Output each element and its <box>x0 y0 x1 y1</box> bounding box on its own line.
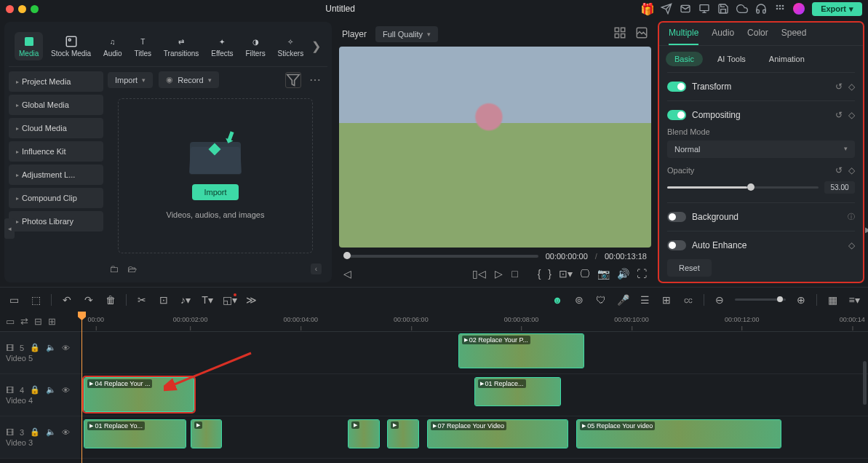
timeline-magnet-icon[interactable]: ⊟ <box>34 316 42 327</box>
timeline-ripple-icon[interactable]: ⊞ <box>48 316 56 327</box>
background-info-icon[interactable]: ⓘ <box>848 212 855 222</box>
fullscreen-icon[interactable]: ⛶ <box>637 268 647 280</box>
blend-mode-select[interactable]: Normal <box>667 141 855 158</box>
tracks-icon[interactable]: ☰ <box>638 294 651 306</box>
sidebar-item-adjustment-layer[interactable]: Adjustment L... <box>9 165 103 185</box>
tab-audio[interactable]: ♫Audio <box>99 32 127 60</box>
marker-icon[interactable]: 🛡 <box>594 294 608 306</box>
mark-in-icon[interactable]: { <box>538 268 541 280</box>
compositing-toggle[interactable] <box>667 110 686 120</box>
tab-media[interactable]: Media <box>15 32 43 60</box>
subtab-ai-tools[interactable]: AI Tools <box>709 52 754 66</box>
background-toggle[interactable] <box>667 212 686 222</box>
inspector-tab-color[interactable]: Color <box>747 28 768 45</box>
mic-icon[interactable]: 🎤 <box>616 294 629 306</box>
zoom-slider[interactable] <box>735 298 786 301</box>
clip-05[interactable]: 05 Replace Your video <box>576 419 781 448</box>
transform-keyframe-icon[interactable]: ◇ <box>848 82 855 92</box>
sidebar-item-compound-clip[interactable]: Compound Clip <box>9 188 103 208</box>
ai-tool-icon[interactable]: ☻ <box>551 294 564 306</box>
clip-01[interactable]: 01 Replace Yo... <box>84 419 186 448</box>
speed-tool-icon[interactable]: ⊚ <box>573 294 586 306</box>
inspector-expand-handle[interactable]: ▶ <box>865 226 868 234</box>
undo-icon[interactable]: ↶ <box>60 294 73 306</box>
prev-frame-icon[interactable]: ◁ <box>343 268 351 280</box>
mark-out-icon[interactable]: } <box>548 268 552 280</box>
tabs-scroll-right[interactable]: ❯ <box>311 39 322 53</box>
track-video-icon[interactable]: 🎞 <box>6 386 14 395</box>
sidebar-collapse-handle[interactable]: ◂ <box>4 218 15 239</box>
tab-stock-media[interactable]: Stock Media <box>47 32 95 60</box>
zoom-out-icon[interactable]: ⊖ <box>713 294 726 306</box>
tab-effects[interactable]: ✦Effects <box>207 32 237 60</box>
import-button[interactable]: Import <box>192 184 238 200</box>
track-video-icon[interactable]: 🎞 <box>6 344 14 352</box>
save-icon[interactable] <box>717 3 729 15</box>
clip-small-3[interactable] <box>387 419 418 448</box>
cc-icon[interactable]: ㏄ <box>682 293 695 306</box>
transform-reset-icon[interactable]: ↺ <box>835 82 843 92</box>
sidebar-item-cloud-media[interactable]: Cloud Media <box>9 118 103 138</box>
new-bin-icon[interactable]: 🗁 <box>127 264 137 274</box>
display-icon[interactable]: 🖵 <box>580 268 590 280</box>
user-avatar[interactable] <box>793 3 805 15</box>
desktop-icon[interactable] <box>698 3 710 15</box>
clip-02[interactable]: 02 Replace Your P... <box>458 333 584 368</box>
track-mute-icon[interactable]: 🔈 <box>46 427 56 437</box>
clip-07[interactable]: 07 Replace Your Video <box>427 419 569 448</box>
stop-icon[interactable]: □ <box>511 268 517 280</box>
play-icon[interactable]: ▷ <box>495 268 503 280</box>
more-tools-icon[interactable]: ≫ <box>244 294 258 306</box>
tab-stickers[interactable]: ✧Stickers <box>274 32 308 60</box>
inspector-tab-audio[interactable]: Audio <box>712 28 734 45</box>
snapshot-icon[interactable]: 📷 <box>597 268 610 280</box>
cloud-icon[interactable] <box>736 3 748 15</box>
panel-collapse-button[interactable]: ‹ <box>311 264 322 274</box>
subtab-basic[interactable]: Basic <box>666 52 703 66</box>
text-tool-icon[interactable]: T▾ <box>201 294 214 306</box>
clip-01b[interactable]: 01 Replace... <box>474 377 561 406</box>
close-window-button[interactable] <box>6 5 14 13</box>
send-icon[interactable] <box>661 3 672 15</box>
pip-icon[interactable]: ⊞ <box>660 294 673 306</box>
opacity-value[interactable]: 53.00 <box>824 181 855 194</box>
subtab-animation[interactable]: Animation <box>760 52 813 66</box>
zoom-in-icon[interactable]: ⊕ <box>795 294 808 306</box>
timeline-snap-icon[interactable]: ▭ <box>6 316 15 327</box>
filter-button[interactable] <box>285 72 301 88</box>
split-icon[interactable]: ✂ <box>135 294 148 306</box>
sidebar-item-photos-library[interactable]: Photos Library <box>9 211 103 232</box>
step-back-icon[interactable]: ▯◁ <box>472 268 486 280</box>
export-button[interactable]: Export▾ <box>812 2 862 16</box>
timeline-settings-icon[interactable]: ≡▾ <box>848 294 861 306</box>
scrub-bar[interactable] <box>343 255 538 258</box>
delete-icon[interactable]: 🗑 <box>104 294 117 306</box>
tab-filters[interactable]: ◑Filters <box>241 32 269 60</box>
clip-04-selected[interactable]: 04 Replace Your ... <box>84 377 194 412</box>
video-preview[interactable] <box>339 47 651 248</box>
compositing-keyframe-icon[interactable]: ◇ <box>848 110 855 120</box>
tab-transitions[interactable]: ⇄Transitions <box>159 32 204 60</box>
inspector-tab-speed[interactable]: Speed <box>781 28 807 45</box>
pointer-tool-icon[interactable]: ▭ <box>7 294 20 306</box>
sidebar-item-project-media[interactable]: Project Media <box>9 71 103 92</box>
message-icon[interactable] <box>680 3 691 15</box>
grid-view-icon[interactable] <box>613 26 626 42</box>
sidebar-item-global-media[interactable]: Global Media <box>9 95 103 115</box>
select-tool-icon[interactable]: ⬚ <box>29 294 42 306</box>
crop-dropdown-icon[interactable]: ⊡▾ <box>559 268 573 280</box>
reset-button[interactable]: Reset <box>667 259 712 277</box>
track-lock-icon[interactable]: 🔒 <box>30 385 40 395</box>
timeline-scrollbar[interactable] <box>863 361 867 405</box>
timeline-link-icon[interactable]: ⇄ <box>20 316 28 327</box>
autoenhance-keyframe-icon[interactable]: ◇ <box>848 240 855 250</box>
opacity-slider[interactable] <box>667 186 819 189</box>
track-mute-icon[interactable]: 🔈 <box>46 343 56 352</box>
gift-icon[interactable]: 🎁 <box>642 3 653 15</box>
track-video-icon[interactable]: 🎞 <box>6 428 14 437</box>
time-ruler[interactable]: 00:00 00:00:02:00 00:00:04:00 00:00:06:0… <box>80 312 868 331</box>
track-visible-icon[interactable]: 👁 <box>62 386 70 395</box>
track-visible-icon[interactable]: 👁 <box>62 344 70 352</box>
inspector-tab-multiple[interactable]: Multiple <box>669 28 698 45</box>
track-lock-icon[interactable]: 🔒 <box>30 427 40 437</box>
